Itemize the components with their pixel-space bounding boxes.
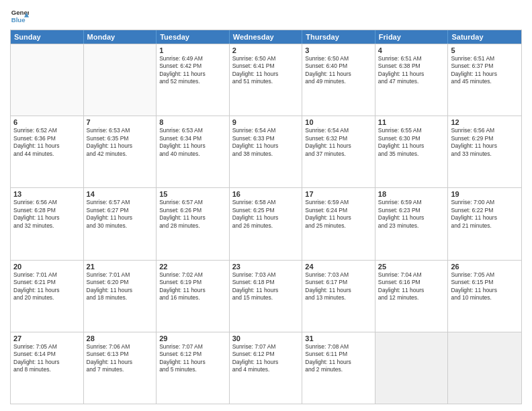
cell-info-line: Daylight: 11 hours [305,71,372,78]
cell-info-line: Daylight: 11 hours [13,359,81,366]
day-number: 5 [451,46,519,54]
day-number: 31 [305,334,372,342]
calendar-cell: 14Sunrise: 6:57 AMSunset: 6:27 PMDayligh… [84,188,157,259]
day-number: 24 [305,263,372,271]
calendar-cell: 3Sunrise: 6:50 AMSunset: 6:40 PMDaylight… [302,44,375,116]
cell-info-line: Daylight: 11 hours [159,359,226,366]
calendar-cell: 13Sunrise: 6:56 AMSunset: 6:28 PMDayligh… [11,188,84,259]
calendar-cell: 20Sunrise: 7:01 AMSunset: 6:21 PMDayligh… [11,261,84,332]
cell-info-line: and 25 minutes. [305,222,372,230]
calendar-header-cell: Sunday [11,30,84,44]
day-number: 9 [232,118,300,126]
day-number: 2 [232,46,300,54]
cell-info-line: Sunset: 6:11 PM [305,351,372,358]
day-number: 12 [451,118,519,126]
svg-text:Blue: Blue [11,16,26,24]
cell-info-line: Sunset: 6:22 PM [451,207,519,214]
cell-info-line: Sunrise: 6:51 AM [378,55,445,62]
cell-info-line: Daylight: 11 hours [232,71,300,78]
day-number: 25 [378,263,445,271]
cell-info-line: Sunset: 6:20 PM [87,279,154,286]
calendar-cell: 16Sunrise: 6:58 AMSunset: 6:25 PMDayligh… [230,188,303,259]
cell-info-line: Sunset: 6:30 PM [378,135,445,142]
calendar-cell: 15Sunrise: 6:57 AMSunset: 6:26 PMDayligh… [157,188,230,259]
cell-info-line: Sunset: 6:37 PM [451,62,519,70]
cell-info-line: and 44 minutes. [13,150,81,158]
cell-info-line: Daylight: 11 hours [451,142,519,150]
cell-info-line: Daylight: 11 hours [378,71,445,78]
cell-info-line: Sunset: 6:35 PM [87,135,154,142]
cell-info-line: and 20 minutes. [13,294,81,302]
cell-info-line: Sunrise: 6:54 AM [305,127,372,134]
cell-info-line: and 32 minutes. [13,222,81,230]
cell-info-line: Daylight: 11 hours [378,214,445,222]
cell-info-line: Sunset: 6:41 PM [232,62,300,70]
cell-info-line: Daylight: 11 hours [87,287,154,294]
calendar-cell [375,332,449,404]
calendar-week-row: 13Sunrise: 6:56 AMSunset: 6:28 PMDayligh… [11,187,521,259]
cell-info-line: Sunset: 6:25 PM [232,207,300,214]
day-number: 27 [13,334,81,342]
cell-info-line: Sunset: 6:13 PM [87,351,154,358]
cell-info-line: Daylight: 11 hours [13,214,81,222]
cell-info-line: and 15 minutes. [232,294,300,302]
cell-info-line: Daylight: 11 hours [232,142,300,150]
cell-info-line: and 4 minutes. [232,366,300,373]
cell-info-line: Sunrise: 7:05 AM [451,271,519,279]
cell-info-line: and 8 minutes. [13,366,81,373]
day-number: 15 [159,190,226,198]
cell-info-line: Daylight: 11 hours [232,359,300,366]
cell-info-line: Sunrise: 7:04 AM [378,271,445,279]
cell-info-line: and 42 minutes. [87,150,154,158]
page: General Blue SundayMondayTuesdayWednesda… [0,0,532,411]
cell-info-line: Sunset: 6:21 PM [13,279,81,286]
calendar-header-cell: Saturday [448,30,521,44]
cell-info-line: Sunset: 6:34 PM [159,135,226,142]
cell-info-line: and 52 minutes. [159,78,226,85]
cell-info-line: Sunset: 6:28 PM [13,207,81,214]
calendar-body: 1Sunrise: 6:49 AMSunset: 6:42 PMDaylight… [11,44,521,404]
calendar-cell: 17Sunrise: 6:59 AMSunset: 6:24 PMDayligh… [302,188,375,259]
day-number: 8 [159,118,226,126]
cell-info-line: and 30 minutes. [87,222,154,230]
cell-info-line: Daylight: 11 hours [159,287,226,294]
calendar-cell: 2Sunrise: 6:50 AMSunset: 6:41 PMDaylight… [230,44,303,116]
logo: General Blue [10,7,29,26]
cell-info-line: and 18 minutes. [87,294,154,302]
cell-info-line: Daylight: 11 hours [305,142,372,150]
cell-info-line: Sunrise: 7:03 AM [232,271,300,279]
cell-info-line: Sunset: 6:24 PM [305,207,372,214]
cell-info-line: Sunrise: 7:01 AM [13,271,81,279]
calendar-cell: 11Sunrise: 6:55 AMSunset: 6:30 PMDayligh… [375,116,449,187]
calendar-cell [84,44,157,116]
cell-info-line: Sunset: 6:23 PM [378,207,445,214]
cell-info-line: Daylight: 11 hours [13,142,81,150]
cell-info-line: Sunrise: 6:56 AM [451,127,519,134]
cell-info-line: Sunrise: 6:54 AM [232,127,300,134]
calendar-week-row: 1Sunrise: 6:49 AMSunset: 6:42 PMDaylight… [11,44,521,116]
cell-info-line: Sunrise: 6:50 AM [232,55,300,62]
cell-info-line: Sunset: 6:12 PM [232,351,300,358]
cell-info-line: and 47 minutes. [378,78,445,85]
calendar-header-cell: Tuesday [157,30,230,44]
calendar-cell: 30Sunrise: 7:07 AMSunset: 6:12 PMDayligh… [230,332,303,404]
cell-info-line: Daylight: 11 hours [305,287,372,294]
calendar-cell: 26Sunrise: 7:05 AMSunset: 6:15 PMDayligh… [448,261,521,332]
day-number: 16 [232,190,300,198]
day-number: 23 [232,263,300,271]
cell-info-line: Sunset: 6:16 PM [378,279,445,286]
cell-info-line: Daylight: 11 hours [159,142,226,150]
day-number: 14 [87,190,154,198]
cell-info-line: Sunrise: 6:56 AM [13,199,81,206]
cell-info-line: and 33 minutes. [451,150,519,158]
day-number: 30 [232,334,300,342]
cell-info-line: Sunrise: 6:51 AM [451,55,519,62]
cell-info-line: and 51 minutes. [232,78,300,85]
cell-info-line: Daylight: 11 hours [87,214,154,222]
day-number: 17 [305,190,372,198]
calendar-cell: 4Sunrise: 6:51 AMSunset: 6:38 PMDaylight… [375,44,449,116]
day-number: 28 [87,334,154,342]
calendar-week-row: 20Sunrise: 7:01 AMSunset: 6:21 PMDayligh… [11,260,521,332]
calendar-cell: 12Sunrise: 6:56 AMSunset: 6:29 PMDayligh… [448,116,521,187]
calendar-cell: 22Sunrise: 7:02 AMSunset: 6:19 PMDayligh… [157,261,230,332]
